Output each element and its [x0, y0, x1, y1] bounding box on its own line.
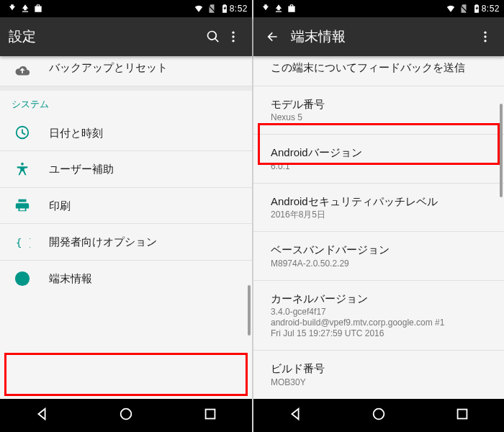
svg-text:{ }: { }	[16, 235, 30, 248]
row-secondary: 3.4.0-gcef4f17 android-build@vpef9.mtv.c…	[271, 307, 492, 339]
action-bar: 設定	[0, 17, 252, 56]
svg-point-3	[21, 163, 24, 166]
upload-icon	[20, 4, 30, 14]
row-secondary: 2016年8月5日	[271, 210, 492, 220]
row-primary: ベースバンドバージョン	[271, 243, 492, 257]
nav-bar	[0, 399, 252, 432]
list-item-model[interactable]: モデル番号 Nexus 5	[253, 86, 504, 135]
list-item-label: 日付と時刻	[49, 126, 240, 140]
action-bar: 端末情報	[253, 17, 504, 56]
status-time: 8:52	[482, 4, 500, 14]
svg-point-2	[232, 40, 234, 42]
list-item[interactable]: { } 開発者向けオプション	[0, 224, 252, 261]
list-item[interactable]: 印刷	[0, 188, 252, 225]
overflow-menu-icon[interactable]	[475, 30, 495, 44]
status-time: 8:52	[230, 4, 248, 14]
row-primary: Androidバージョン	[271, 145, 492, 160]
dev-options-icon: { }	[13, 233, 32, 251]
list-item[interactable]: バックアップとリセット	[0, 56, 252, 86]
settings-list: バックアップとリセット システム 日付と時刻 ユーザー補助 印刷 { } 開発者…	[0, 56, 252, 399]
svg-rect-9	[205, 410, 215, 419]
wifi-icon	[194, 4, 204, 14]
nav-recent-icon[interactable]	[202, 406, 218, 425]
list-item-label: ユーザー補助	[49, 162, 240, 176]
battery-charging-icon	[220, 4, 230, 14]
svg-point-10	[484, 32, 486, 34]
svg-point-8	[121, 409, 132, 420]
status-bar: 8:52	[0, 0, 252, 17]
list-item[interactable]: ユーザー補助	[0, 151, 252, 188]
highlight-about-phone	[4, 353, 248, 396]
overflow-menu-icon[interactable]	[223, 30, 243, 44]
row-primary: Androidセキュリティパッチレベル	[271, 194, 492, 209]
row-secondary: Nexus 5	[271, 112, 492, 123]
list-item-build[interactable]: ビルド番号 MOB30Y	[253, 351, 504, 399]
page-title: 設定	[9, 27, 203, 46]
info-icon	[13, 269, 32, 288]
list-item-about-phone[interactable]: 端末情報	[0, 261, 252, 297]
bag-icon	[287, 4, 297, 14]
cloud-upload-icon	[13, 61, 32, 80]
row-primary: この端末についてフィードバックを送信	[271, 60, 492, 75]
search-icon[interactable]	[203, 30, 223, 44]
svg-point-0	[232, 32, 234, 34]
nav-bar	[253, 399, 504, 432]
bag-icon	[33, 4, 43, 14]
battery-charging-icon	[472, 4, 482, 14]
row-primary: モデル番号	[271, 97, 492, 112]
row-secondary: MOB30Y	[271, 377, 492, 388]
left-pane: 8:52 設定 バックアップとリセット システム 日付と時刻 ユーザー補助 印刷…	[0, 0, 252, 432]
svg-point-12	[484, 40, 486, 42]
section-header-system: システム	[0, 86, 252, 115]
sim-off-icon	[459, 4, 469, 14]
svg-point-7	[22, 274, 23, 276]
svg-rect-14	[458, 410, 467, 419]
list-item-security-patch[interactable]: Androidセキュリティパッチレベル 2016年8月5日	[253, 184, 504, 233]
nav-back-icon[interactable]	[34, 406, 50, 425]
scrollbar[interactable]	[248, 285, 251, 336]
svg-point-13	[374, 409, 384, 420]
row-secondary: 6.0.1	[271, 161, 492, 172]
upload-icon	[274, 4, 284, 14]
list-item-label: 端末情報	[49, 271, 240, 286]
row-primary: カーネルバージョン	[271, 292, 492, 306]
list-item-baseband[interactable]: ベースバンドバージョン M8974A-2.0.50.2.29	[253, 232, 504, 281]
nav-back-icon[interactable]	[287, 406, 303, 425]
about-list: この端末についてフィードバックを送信 モデル番号 Nexus 5 Android…	[253, 56, 504, 399]
list-item-android-version[interactable]: Androidバージョン 6.0.1	[253, 135, 504, 184]
list-item-kernel[interactable]: カーネルバージョン 3.4.0-gcef4f17 android-build@v…	[253, 281, 504, 351]
clock-icon	[13, 123, 32, 142]
page-title: 端末情報	[291, 27, 475, 46]
status-bar: 8:52	[253, 0, 504, 17]
row-primary: ビルド番号	[271, 361, 492, 376]
list-item-label: バックアップとリセット	[49, 60, 240, 75]
sim-off-icon	[207, 4, 217, 14]
back-arrow-icon[interactable]	[262, 30, 282, 44]
accessibility-icon	[13, 160, 32, 179]
list-item[interactable]: 日付と時刻	[0, 115, 252, 152]
nav-home-icon[interactable]	[371, 406, 387, 425]
list-item-label: 印刷	[49, 199, 240, 213]
list-item-feedback[interactable]: この端末についてフィードバックを送信	[253, 56, 504, 86]
scrollbar[interactable]	[500, 104, 503, 197]
nav-recent-icon[interactable]	[454, 406, 470, 425]
wifi-icon	[446, 4, 456, 14]
right-pane: 8:52 端末情報 この端末についてフィードバックを送信 モデル番号 Nexus…	[252, 0, 504, 432]
nav-home-icon[interactable]	[118, 406, 134, 425]
print-icon	[13, 196, 32, 215]
svg-point-1	[232, 35, 234, 37]
download-icon	[261, 4, 271, 14]
svg-point-11	[484, 35, 486, 37]
download-icon	[7, 4, 17, 14]
row-secondary: M8974A-2.0.50.2.29	[271, 258, 492, 269]
list-item-label: 開発者向けオプション	[49, 235, 240, 249]
